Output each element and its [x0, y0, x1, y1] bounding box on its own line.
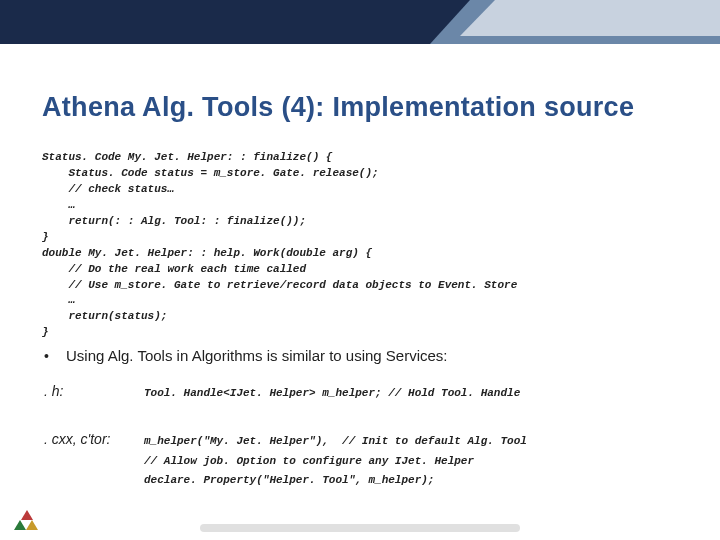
code-block-main: Status. Code My. Jet. Helper: : finalize… — [42, 150, 680, 341]
logo-icon — [14, 510, 38, 530]
bullet-item: • Using Alg. Tools in Algorithms is simi… — [42, 345, 680, 367]
header-accent-2 — [460, 0, 720, 36]
file-row-cxx: . cxx, c'tor: m_helper("My. Jet. Helper"… — [42, 421, 680, 502]
slide-content: Status. Code My. Jet. Helper: : finalize… — [42, 150, 680, 502]
bullet-text: Using Alg. Tools in Algorithms is simila… — [66, 345, 448, 367]
bullet-dot: • — [42, 346, 66, 366]
file-row-h: . h: Tool. Handle<IJet. Helper> m_helper… — [42, 373, 680, 415]
file-label-h: . h: — [42, 381, 144, 401]
footer-decoration — [200, 524, 520, 532]
file-code-h: Tool. Handle<IJet. Helper> m_helper; // … — [144, 384, 520, 404]
file-code-cxx: m_helper("My. Jet. Helper"), // Init to … — [144, 432, 527, 491]
slide-title: Athena Alg. Tools (4): Implementation so… — [42, 92, 634, 123]
file-label-cxx: . cxx, c'tor: — [42, 429, 144, 449]
